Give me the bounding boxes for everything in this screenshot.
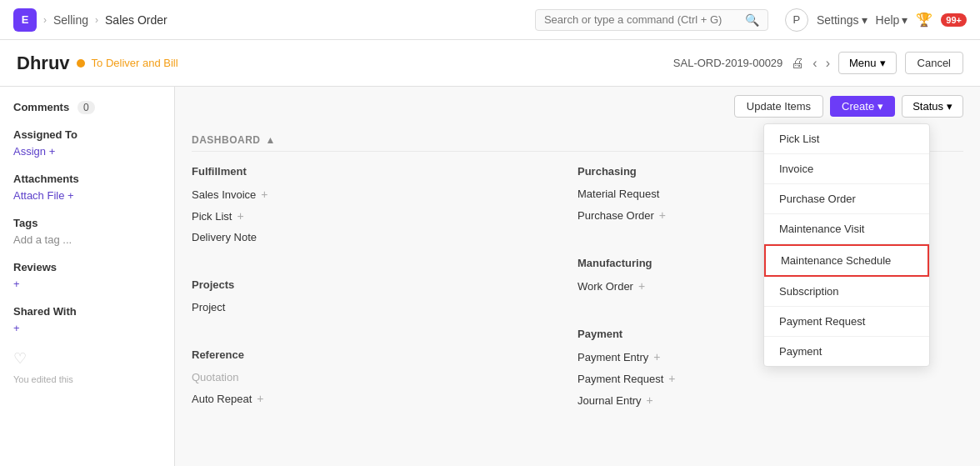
comments-count: 0 <box>78 101 95 114</box>
comments-section: Comments 0 <box>13 100 161 113</box>
breadcrumb-sales-order[interactable]: Sales Order <box>105 13 168 27</box>
dash-item-pick-list[interactable]: Pick List + <box>192 209 578 223</box>
payment-entry-add-icon[interactable]: + <box>653 350 660 363</box>
dash-item-sales-invoice[interactable]: Sales Invoice + <box>192 188 578 201</box>
heart-icon[interactable]: ♡ <box>13 349 161 368</box>
shared-with-label: Shared With <box>13 305 161 318</box>
prev-icon[interactable]: ‹ <box>812 56 817 71</box>
reference-section: Reference Quotation Auto Repeat + <box>192 335 578 427</box>
content-area: Update Items Create ▾ Status ▾ Pick List… <box>175 87 980 466</box>
create-dropdown-menu: Pick List Invoice Purchase Order Mainten… <box>763 123 930 367</box>
menu-button[interactable]: Menu ▾ <box>838 52 897 74</box>
breadcrumb-selling[interactable]: Selling <box>53 13 88 27</box>
status-label: To Deliver and Bill <box>92 57 178 69</box>
dropdown-item-payment[interactable]: Payment <box>764 337 929 366</box>
print-icon[interactable]: 🖨 <box>791 56 804 71</box>
dashboard-label: DASHBOARD <box>192 134 261 146</box>
dash-item-delivery-note[interactable]: Delivery Note <box>192 231 578 243</box>
next-icon[interactable]: › <box>826 56 830 71</box>
search-input[interactable] <box>544 13 740 26</box>
sidebar: Comments 0 Assigned To Assign + Attachme… <box>0 87 175 466</box>
dropdown-item-invoice[interactable]: Invoice <box>764 154 929 184</box>
left-column: Fulfillment Sales Invoice + Pick List + … <box>192 152 578 428</box>
fulfillment-section: Fulfillment Sales Invoice + Pick List + … <box>192 152 578 265</box>
reviews-add[interactable]: + <box>13 278 20 290</box>
assigned-to-section: Assigned To Assign + <box>13 128 161 158</box>
page-header: Dhruv To Deliver and Bill SAL-ORD-2019-0… <box>0 40 980 87</box>
edited-note: You edited this <box>13 374 161 384</box>
doc-id: SAL-ORD-2019-00029 <box>673 57 783 69</box>
search-bar[interactable]: 🔍 <box>535 9 768 31</box>
attachments-label: Attachments <box>13 173 161 185</box>
shared-with-section: Shared With + <box>13 305 161 334</box>
create-button[interactable]: Create ▾ <box>830 96 895 117</box>
sales-invoice-add-icon[interactable]: + <box>261 188 268 201</box>
page-title: Dhruv <box>17 53 70 74</box>
dropdown-item-maintenance-visit[interactable]: Maintenance Visit <box>764 214 929 244</box>
dash-item-quotation[interactable]: Quotation <box>192 371 578 383</box>
dropdown-item-subscription[interactable]: Subscription <box>764 277 929 307</box>
content-toolbar: Update Items Create ▾ Status ▾ Pick List… <box>175 87 980 126</box>
journal-entry-add-icon[interactable]: + <box>647 393 653 407</box>
attach-file-link[interactable]: Attach File + <box>13 189 74 202</box>
attachments-section: Attachments Attach File + <box>13 173 161 202</box>
status-dot <box>77 59 85 68</box>
top-nav: E › Selling › Sales Order 🔍 P Settings ▾… <box>0 0 980 40</box>
breadcrumb-chevron-2: › <box>95 14 98 26</box>
auto-repeat-add-icon[interactable]: + <box>257 392 263 405</box>
shared-with-add[interactable]: + <box>13 322 20 334</box>
work-order-add-icon[interactable]: + <box>638 279 645 293</box>
assigned-to-label: Assigned To <box>13 128 161 141</box>
breadcrumb-chevron-1: › <box>43 14 47 26</box>
payment-request-add-icon[interactable]: + <box>668 372 675 385</box>
reviews-section: Reviews + <box>13 261 161 290</box>
dash-item-payment-request[interactable]: Payment Request + <box>578 372 963 385</box>
dashboard-collapse-icon[interactable]: ▲ <box>266 134 276 146</box>
status-dropdown-button[interactable]: Status ▾ <box>902 95 963 118</box>
dropdown-item-purchase-order[interactable]: Purchase Order <box>764 184 929 214</box>
settings-button[interactable]: Settings ▾ <box>817 13 868 27</box>
assign-link[interactable]: Assign + <box>13 145 55 158</box>
dropdown-item-pick-list[interactable]: Pick List <box>764 124 929 154</box>
fulfillment-title: Fulfillment <box>192 165 578 178</box>
projects-title: Projects <box>192 278 578 291</box>
header-right: SAL-ORD-2019-00029 🖨 ‹ › Menu ▾ Cancel <box>673 52 963 74</box>
tags-section: Tags Add a tag ... <box>13 217 161 246</box>
nav-right: P Settings ▾ Help ▾ 🏆 99+ <box>785 8 967 32</box>
avatar[interactable]: P <box>785 8 808 32</box>
pick-list-add-icon[interactable]: + <box>237 209 243 223</box>
trophy-icon: 🏆 <box>916 12 932 28</box>
dash-item-auto-repeat[interactable]: Auto Repeat + <box>192 392 578 405</box>
dash-item-journal-entry[interactable]: Journal Entry + <box>578 393 963 407</box>
search-icon: 🔍 <box>745 13 759 27</box>
main-layout: Comments 0 Assigned To Assign + Attachme… <box>0 87 980 466</box>
add-tag-link[interactable]: Add a tag ... <box>13 233 72 246</box>
dash-item-project[interactable]: Project <box>192 301 578 313</box>
dropdown-item-payment-request[interactable]: Payment Request <box>764 307 929 337</box>
notification-badge[interactable]: 99+ <box>941 13 967 27</box>
help-button[interactable]: Help ▾ <box>876 13 908 27</box>
dropdown-item-maintenance-schedule[interactable]: Maintenance Schedule <box>764 244 929 277</box>
app-icon[interactable]: E <box>13 8 37 32</box>
update-items-button[interactable]: Update Items <box>734 95 823 118</box>
cancel-button[interactable]: Cancel <box>905 52 963 74</box>
comments-label: Comments <box>13 101 69 113</box>
reference-title: Reference <box>192 348 578 361</box>
purchase-order-add-icon[interactable]: + <box>659 208 666 222</box>
projects-section: Projects Project <box>192 265 578 335</box>
tags-label: Tags <box>13 217 161 229</box>
reviews-label: Reviews <box>13 261 161 273</box>
